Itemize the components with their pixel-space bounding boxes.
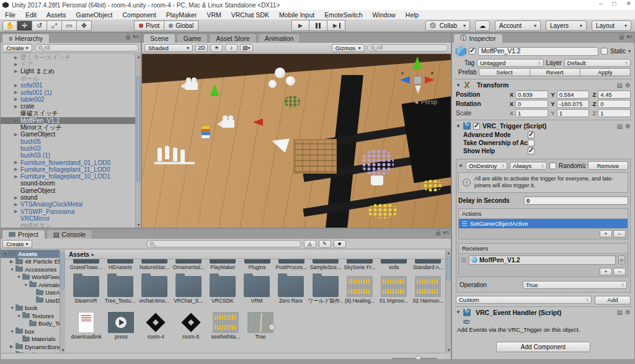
menu-item[interactable]: Assets [42, 11, 71, 19]
asset-item[interactable]: Plugins [240, 259, 274, 270]
x-value-field[interactable]: 0 [515, 100, 548, 108]
hierarchy-item[interactable]: ▶ Furniture_foliageplant_10_LOD1 [1, 173, 135, 180]
active-checkbox[interactable] [469, 48, 476, 55]
2d-toggle[interactable]: 2D [195, 44, 208, 52]
asset-item[interactable]: (8) Healing... [343, 274, 377, 305]
yellow-flowers-object[interactable] [368, 203, 397, 218]
pivot-button[interactable]: Pivot [134, 20, 164, 31]
trigger-timing-dropdown[interactable]: Always↕ [510, 162, 547, 170]
camera-object[interactable] [185, 82, 198, 90]
hierarchy-item[interactable]: GameObject [1, 187, 135, 194]
project-tree-item[interactable]: Body_Tex [1, 320, 60, 328]
white-bottle[interactable] [158, 148, 162, 161]
remove-receiver-button[interactable]: − [613, 268, 626, 275]
hierarchy-search-input[interactable]: All [35, 44, 139, 51]
scroll-down-icon[interactable]: ▼ [446, 348, 451, 352]
panel-menu-icon[interactable]: ▾≡ [626, 34, 633, 40]
static-checkbox[interactable] [601, 48, 608, 55]
expand-arrow-icon[interactable]: ▼ [10, 306, 16, 310]
sphere-object[interactable] [286, 76, 295, 86]
account-dropdown[interactable]: Account▾ [495, 20, 541, 31]
foldout-icon[interactable]: ▼ [456, 123, 461, 129]
scroll-down-icon[interactable]: ▼ [61, 348, 65, 352]
panel-menu-icon[interactable]: ▾≡ [443, 230, 449, 236]
expand-arrow-icon[interactable]: ▶ [14, 97, 20, 102]
project-tree-scrollbar[interactable]: ▼ [60, 250, 65, 353]
project-tree-item[interactable]: ▼ Accessories [1, 265, 60, 273]
remove-action-button[interactable]: − [613, 230, 626, 237]
reference-doc-icon[interactable]: ▤ [617, 123, 623, 130]
gear-icon[interactable]: ⚙ [625, 309, 631, 316]
asset-item[interactable]: VRChat_S... [171, 274, 205, 305]
scroll-up-icon[interactable]: ▲ [136, 55, 141, 59]
foldout-icon[interactable]: ▼ [456, 82, 461, 88]
take-ownership-checkbox[interactable] [528, 140, 535, 146]
scene-tab[interactable]: Scene [143, 33, 175, 43]
y-value-field[interactable]: 0.584 [557, 91, 590, 99]
prefab-apply-button[interactable]: Apply [580, 68, 631, 76]
white-shelf[interactable] [154, 162, 195, 164]
expand-arrow-icon[interactable]: ▼ [10, 267, 16, 272]
expand-arrow-icon[interactable]: ▼ [10, 329, 16, 334]
asset-item[interactable]: PostProces... [274, 259, 308, 270]
menu-item[interactable]: Edit [20, 11, 42, 19]
expand-arrow-icon[interactable]: ▶ [14, 62, 20, 67]
menu-item[interactable]: GameObject [71, 11, 118, 19]
asset-item[interactable]: PlayMaker [206, 259, 240, 270]
menu-item[interactable]: Window [368, 11, 401, 19]
hierarchy-create-button[interactable]: Create▾ [2, 44, 32, 52]
play-button[interactable]: ► [291, 20, 309, 31]
receiver-item[interactable]: MoffPen_V1.2 ◎ [459, 254, 628, 267]
vrc-trigger-component-header[interactable]: ▼ VRC_Trigger (Script) ▤⚙ [455, 120, 632, 131]
drag-handle-icon[interactable] [461, 258, 466, 262]
asset-item[interactable]: VRCSDK [205, 274, 239, 305]
z-value-field[interactable]: 0 [598, 100, 631, 108]
delay-seconds-field[interactable]: 0 [524, 197, 628, 205]
project-tree-item[interactable]: ▼ box [1, 327, 60, 335]
hierarchy-item[interactable]: moffボタン [1, 222, 135, 228]
add-trigger-button[interactable]: Add [595, 296, 631, 304]
project-tree-item[interactable]: ▼ Textures [1, 312, 60, 320]
project-tree-item[interactable]: Materials [1, 335, 60, 344]
asset-item[interactable]: 02 Harmon... [411, 274, 445, 305]
asset-item[interactable]: Tree [243, 310, 278, 340]
y-value-field[interactable]: -180.075 [557, 100, 590, 108]
transform-component-header[interactable]: ▼ Transform ▤⚙ [455, 79, 632, 90]
hierarchy-item[interactable]: ▶ sofa001 [1, 82, 135, 89]
scene-viewport[interactable]: z x ◄ Persp [142, 54, 451, 228]
static-dropdown-icon[interactable]: ▾ [628, 48, 631, 54]
asset-item[interactable]: SampleSce... [308, 259, 342, 270]
menu-item[interactable]: VRM [202, 11, 226, 19]
menu-item[interactable]: Mobile Input [274, 11, 319, 19]
scene-tab[interactable]: Animation [258, 33, 301, 43]
basket-object[interactable] [293, 139, 337, 174]
hierarchy-item[interactable]: ▶ VTSWP_Panorama [1, 208, 135, 215]
project-tree-item[interactable]: ▼ WorldFixedO [1, 273, 60, 282]
object-picker-icon[interactable]: ◎ [618, 255, 625, 264]
project-tree-item[interactable]: ▶ DynamicBone [1, 343, 60, 351]
asset-item[interactable]: seishishita... [208, 310, 243, 340]
expand-arrow-icon[interactable]: ▶ [14, 195, 20, 200]
gizmos-dropdown[interactable]: Gizmos▾ [332, 44, 365, 52]
foldout-icon[interactable]: ▼ [458, 163, 463, 169]
moffpen-object[interactable] [201, 125, 210, 139]
collab-dropdown[interactable]: ✓Collab▾ [425, 20, 470, 31]
lock-icon[interactable] [126, 36, 130, 40]
lock-icon[interactable] [619, 36, 624, 40]
expand-arrow-icon[interactable]: ▶ [14, 174, 20, 179]
maximize-button[interactable]: □ [613, 0, 616, 7]
asset-item[interactable]: Tree_Textu... [103, 274, 137, 305]
persp-label[interactable]: ◄ Persp [413, 99, 437, 105]
scene-orientation-gizmo[interactable]: z x [400, 66, 435, 95]
add-receiver-button[interactable]: + [600, 268, 612, 275]
breadcrumb[interactable]: Assets▸ [65, 250, 445, 259]
expand-arrow-icon[interactable]: ▶ [14, 83, 20, 88]
scene-tab[interactable]: Game [177, 33, 208, 43]
tab-project[interactable]: Project [2, 229, 45, 239]
asset-item[interactable]: press [104, 310, 138, 340]
asset-item[interactable]: SkySerie Fr... [343, 259, 377, 270]
white-bottle[interactable] [165, 146, 169, 159]
action-item[interactable]: SetGameObjectActive [459, 219, 628, 229]
expand-arrow-icon[interactable]: ▶ [10, 259, 16, 264]
gear-icon[interactable]: ⚙ [625, 82, 631, 89]
